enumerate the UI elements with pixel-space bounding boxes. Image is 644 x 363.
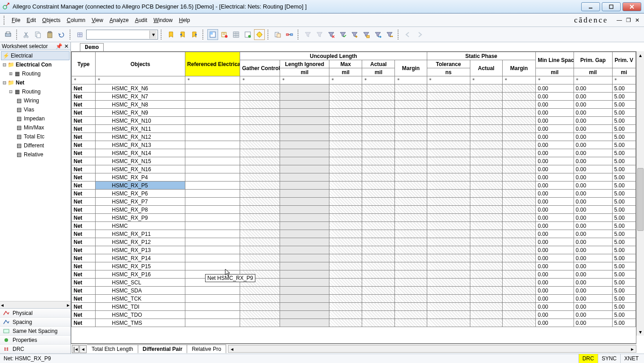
tab-total-etch[interactable]: Total Etch Length	[87, 345, 138, 353]
filter-plus-button[interactable]	[349, 29, 360, 40]
filter1-button[interactable]	[302, 29, 313, 40]
back-button[interactable]	[403, 29, 413, 40]
menu-edit[interactable]: Edit	[24, 15, 39, 25]
header-mil[interactable]: mi	[612, 68, 635, 76]
grid-config-button[interactable]	[242, 29, 253, 40]
menu-file[interactable]: File	[9, 15, 23, 25]
menu-window[interactable]: Window	[151, 15, 175, 25]
tree-minmax[interactable]: ▤Min/Max	[1, 123, 70, 132]
header-max[interactable]: Max	[329, 60, 362, 68]
panel-close-icon[interactable]: ✕	[64, 43, 69, 49]
link-button[interactable]	[284, 29, 295, 40]
status-sync[interactable]: SYNC	[598, 354, 620, 363]
table-row[interactable]: NetHSMC_RX_N160.000.005.00	[72, 165, 636, 173]
table-row[interactable]: NetHSMC_TMS0.000.005.00	[72, 319, 636, 327]
toolbar-grip[interactable]	[4, 16, 6, 25]
scroll-down-icon[interactable]: ▾	[637, 328, 644, 336]
grid-fit-button[interactable]	[231, 29, 241, 40]
table-row[interactable]: NetHSMC_RX_P40.000.005.00	[72, 173, 636, 182]
horizontal-scrollbar[interactable]: ◂ ▸	[228, 345, 636, 353]
mdi-minimize-button[interactable]: —	[616, 17, 622, 23]
tree-relative[interactable]: ▤Relative	[1, 150, 70, 159]
undo-button[interactable]	[56, 29, 67, 40]
table-row[interactable]: NetHSMC_RX_N60.000.005.00	[72, 84, 636, 93]
copy-button[interactable]	[33, 29, 44, 40]
table-row[interactable]: NetHSMC_RX_P80.000.005.00	[72, 206, 636, 214]
header-ns[interactable]: ns	[427, 68, 470, 76]
header-prim-gap[interactable]: Prim. Gap	[574, 52, 612, 68]
table-row[interactable]: NetHSMC_SDA0.000.005.00	[72, 287, 636, 295]
header-static-phase[interactable]: Static Phase	[427, 52, 536, 60]
table-row[interactable]: NetHSMC_RX_P50.000.005.00	[72, 182, 636, 190]
tab-first-button[interactable]: |◂	[72, 345, 79, 353]
table-row[interactable]: NetHSMC_RX_N80.000.005.00	[72, 101, 636, 109]
pin-icon[interactable]: 📌	[56, 43, 62, 49]
menu-objects[interactable]: Objects	[39, 15, 63, 25]
header-margin2[interactable]: Margin	[502, 60, 535, 76]
table-row[interactable]: NetHSMC_RX_P90.000.005.00	[72, 214, 636, 222]
menu-help[interactable]: Help	[176, 15, 193, 25]
status-xnet[interactable]: XNET	[620, 354, 642, 363]
header-mil[interactable]: mil	[329, 68, 362, 76]
table-row[interactable]: NetHSMC_TCK0.000.005.00	[72, 295, 636, 303]
scroll-left-icon[interactable]: ◂	[228, 345, 236, 352]
tree-total-etch[interactable]: ▤Total Etc	[1, 132, 70, 141]
sheet-tab-demo[interactable]: Demo	[80, 43, 104, 51]
header-prim-w[interactable]: Prim. V	[612, 52, 635, 68]
bookmark-add-button[interactable]	[166, 29, 176, 40]
table-row[interactable]: NetHSMC_RX_N150.000.005.00	[72, 157, 636, 165]
header-mil[interactable]: mil	[574, 68, 612, 76]
table-row[interactable]: NetHSMC_RX_P120.000.005.00	[72, 238, 636, 246]
table-row[interactable]: NetHSMC_RX_N130.000.005.00	[72, 141, 636, 149]
worksheet-selector-header[interactable]: Worksheet selector 📌 ✕	[0, 42, 70, 50]
forward-button[interactable]	[414, 29, 425, 40]
header-margin[interactable]: Margin	[395, 60, 427, 76]
print-button[interactable]	[3, 29, 13, 40]
tab-differential-pair[interactable]: Differential Pair	[138, 345, 188, 353]
table-row[interactable]: NetHSMC_RX_P140.000.005.00	[72, 254, 636, 262]
table-row[interactable]: NetHSMC0.000.005.00	[72, 222, 636, 230]
panel-tab-drc[interactable]: DRC	[0, 345, 70, 354]
filter-set-button[interactable]	[361, 29, 372, 40]
table-row[interactable]: NetHSMC_TDO0.000.005.00	[72, 311, 636, 319]
scroll-left-icon[interactable]: ◂	[1, 302, 4, 308]
table-row[interactable]: NetHSMC_RX_P130.000.005.00	[72, 246, 636, 254]
header-actual[interactable]: Actual	[362, 60, 395, 68]
filter-check-button[interactable]	[337, 29, 348, 40]
filter-row[interactable]: **** **** **** **	[72, 76, 636, 84]
tree-electrical-constraint-set[interactable]: ⊟📁Electrical Con	[1, 60, 70, 69]
table-row[interactable]: NetHSMC_RX_P150.000.005.00	[72, 262, 636, 270]
table-row[interactable]: NetHSMC_TDI0.000.005.00	[72, 303, 636, 311]
scroll-right-icon[interactable]: ▸	[628, 345, 636, 352]
table-row[interactable]: NetHSMC_RX_P70.000.005.00	[72, 198, 636, 206]
filter-chain-button[interactable]	[384, 29, 395, 40]
panel-tab-same-net-spacing[interactable]: Same Net Spacing	[0, 327, 70, 336]
mdi-restore-button[interactable]: ❐	[625, 17, 631, 23]
tree-impedance[interactable]: ▤Impedan	[1, 114, 70, 123]
table-row[interactable]: NetHSMC_RX_P60.000.005.00	[72, 190, 636, 198]
constraint-grid[interactable]: Type Objects Referenced Electrical CSet …	[71, 51, 636, 344]
menu-audit[interactable]: Audit	[132, 15, 150, 25]
tab-relative-prop[interactable]: Relative Pro	[187, 345, 226, 353]
mdi-close-button[interactable]: ✕	[634, 17, 640, 23]
header-objects[interactable]: Objects	[96, 52, 185, 76]
tree-routing-2[interactable]: ⊟▦Routing	[1, 87, 70, 96]
table-row[interactable]: NetHSMC_RX_N110.000.005.00	[72, 125, 636, 133]
table-row[interactable]: NetHSMC_RX_N90.000.005.00	[72, 109, 636, 117]
bookmark-combo[interactable]: ▾	[86, 30, 158, 40]
grid-select-button[interactable]	[207, 29, 218, 40]
header-mil[interactable]: mil	[536, 68, 574, 76]
table-row[interactable]: NetHSMC_RX_N120.000.005.00	[72, 133, 636, 141]
header-mil[interactable]: mil	[362, 68, 395, 76]
header-uncoupled[interactable]: Uncoupled Length	[240, 52, 427, 60]
table-row[interactable]: NetHSMC_RX_N140.000.005.00	[72, 149, 636, 157]
header-type[interactable]: Type	[72, 52, 96, 76]
minimize-button[interactable]	[581, 2, 600, 11]
cut-button[interactable]	[21, 29, 32, 40]
filter-clear-button[interactable]	[326, 29, 337, 40]
table-row[interactable]: NetHSMC_RX_P110.000.005.00	[72, 230, 636, 238]
bookmark-go-button[interactable]	[74, 29, 85, 40]
header-tolerance[interactable]: Tolerance	[427, 60, 470, 68]
tree-electrical-selected[interactable]: ⚡Electrical	[1, 51, 70, 60]
header-min-line-spacing[interactable]: Min Line Spacing	[536, 52, 574, 68]
